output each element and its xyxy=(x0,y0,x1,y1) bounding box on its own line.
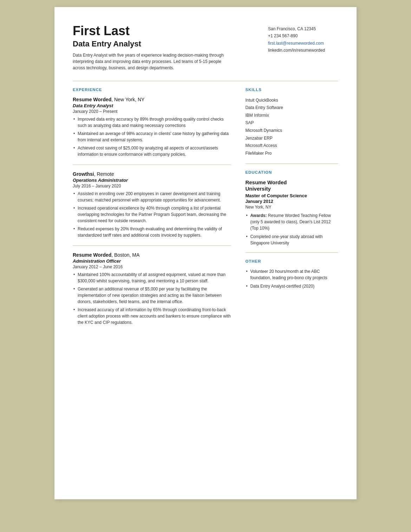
header-contact: San Francisco, CA 12345 +1 234 567-890 f… xyxy=(268,24,338,71)
header-left: First Last Data Entry Analyst Data Entry… xyxy=(73,24,224,71)
exp-3-dates: January 2012 – June 2016 xyxy=(73,264,231,269)
exp-1-bullet-1: Improved data entry accuracy by 89% thro… xyxy=(73,116,231,129)
resume-body: EXPERIENCE Resume Worded, New York, NY D… xyxy=(73,88,338,333)
experience-section-title: EXPERIENCE xyxy=(73,88,231,92)
exp-3-bullet-2: Generated an additional revenue of $5,00… xyxy=(73,286,231,305)
candidate-title: Data Entry Analyst xyxy=(73,39,224,49)
exp-2-bullet-2: Increased operational excellence by 40% … xyxy=(73,205,231,224)
exp-2-dates: July 2016 – January 2020 xyxy=(73,184,231,188)
skills-list: Intuit QuickBooks Data Entry Software IB… xyxy=(245,97,338,158)
skills-divider xyxy=(245,164,338,164)
skills-section-title: SKILLS xyxy=(245,88,338,92)
skill-6: Jenzabar ERP xyxy=(245,135,338,142)
contact-linkedin: linkedin.com/in/resumeworded xyxy=(268,47,338,54)
exp-1-company: Resume Worded, New York, NY xyxy=(73,97,231,102)
exp-divider-1 xyxy=(73,165,231,165)
other-bullets: Volunteer 20 hours/month at the ABC foun… xyxy=(245,268,338,289)
edu-school-name: Resume WordedUniversity xyxy=(245,179,338,192)
contact-location: San Francisco, CA 12345 xyxy=(268,25,338,32)
education-section-title: EDUCATION xyxy=(245,170,338,174)
other-bullet-1: Volunteer 20 hours/month at the ABC foun… xyxy=(245,268,338,281)
exp-2-role: Operations Administrator xyxy=(73,178,231,183)
left-column: EXPERIENCE Resume Worded, New York, NY D… xyxy=(73,88,231,333)
exp-2-company-location: , Remote xyxy=(94,171,114,177)
skill-7: Microsoft Access xyxy=(245,142,338,150)
exp-entry-2: Growthsi, Remote Operations Administrato… xyxy=(73,171,231,238)
exp-2-company: Growthsi, Remote xyxy=(73,171,231,177)
exp-1-role: Data Entry Analyst xyxy=(73,103,231,108)
header-divider xyxy=(73,81,338,81)
other-bullet-2: Data Entry Analyst-certified (2020) xyxy=(245,283,338,289)
skill-2: Data Entry Software xyxy=(245,104,338,112)
other-section-title: OTHER xyxy=(245,259,338,263)
exp-3-company-name: Resume Worded xyxy=(73,252,111,258)
edu-location: New York, NY xyxy=(245,205,338,210)
skill-5: Microsoft Dynamics xyxy=(245,127,338,135)
right-column: SKILLS Intuit QuickBooks Data Entry Soft… xyxy=(245,88,338,333)
exp-2-bullets: Assisted in enrolling over 200 employees… xyxy=(73,191,231,238)
exp-3-company: Resume Worded, Boston, MA xyxy=(73,252,231,258)
exp-1-dates: January 2020 – Present xyxy=(73,109,231,114)
edu-bullet-2: Completed one-year study abroad with Sin… xyxy=(245,233,338,246)
candidate-summary: Data Entry Analyst with five years of ex… xyxy=(73,52,224,71)
exp-1-bullets: Improved data entry accuracy by 89% thro… xyxy=(73,116,231,158)
exp-3-bullet-1: Maintained 100% accountability of all as… xyxy=(73,271,231,284)
exp-1-company-location: , New York, NY xyxy=(111,97,144,102)
exp-2-company-name: Growthsi xyxy=(73,171,94,177)
skill-8: FileMaker Pro xyxy=(245,150,338,158)
skill-1: Intuit QuickBooks xyxy=(245,97,338,104)
exp-2-bullet-3: Reduced expenses by 20% through evaluati… xyxy=(73,226,231,238)
exp-entry-3: Resume Worded, Boston, MA Administration… xyxy=(73,252,231,326)
exp-3-bullet-3: Increased accuracy of all information by… xyxy=(73,307,231,326)
contact-email[interactable]: first.last@resumeworded.com xyxy=(268,40,338,47)
exp-3-company-location: , Boston, MA xyxy=(111,252,139,258)
edu-degree: Master of Computer Science xyxy=(245,193,338,198)
header-section: First Last Data Entry Analyst Data Entry… xyxy=(73,24,338,71)
exp-divider-2 xyxy=(73,245,231,246)
resume-document: First Last Data Entry Analyst Data Entry… xyxy=(54,7,357,499)
exp-3-role: Administration Officer xyxy=(73,258,231,264)
edu-date: January 2012 xyxy=(245,199,338,204)
skill-3: IBM Informix xyxy=(245,112,338,120)
edu-bullet-1: Awards: Resume Worded Teaching Fellow (o… xyxy=(245,212,338,231)
exp-1-bullet-2: Maintained an average of 98% accuracy in… xyxy=(73,130,231,143)
exp-3-bullets: Maintained 100% accountability of all as… xyxy=(73,271,231,326)
education-divider xyxy=(245,252,338,253)
candidate-name: First Last xyxy=(73,24,224,38)
edu-bullets: Awards: Resume Worded Teaching Fellow (o… xyxy=(245,212,338,246)
exp-1-bullet-3: Achieved cost saving of $25,000 by analy… xyxy=(73,145,231,158)
exp-entry-1: Resume Worded, New York, NY Data Entry A… xyxy=(73,97,231,158)
exp-1-company-name: Resume Worded xyxy=(73,97,111,102)
contact-phone: +1 234 567-890 xyxy=(268,32,338,39)
skill-4: SAP xyxy=(245,119,338,127)
exp-2-bullet-1: Assisted in enrolling over 200 employees… xyxy=(73,191,231,203)
